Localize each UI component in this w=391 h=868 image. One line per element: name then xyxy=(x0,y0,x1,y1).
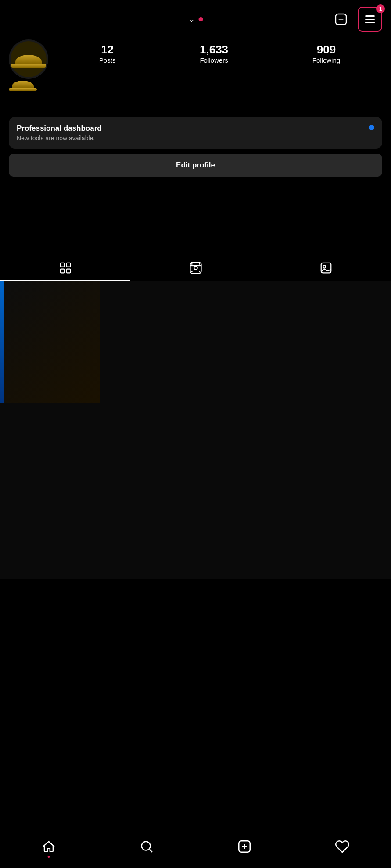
followers-stat[interactable]: 1,633 Followers xyxy=(200,43,228,64)
svg-line-17 xyxy=(150,849,152,852)
bio-area xyxy=(0,79,391,117)
tagged-tab[interactable] xyxy=(261,253,391,281)
svg-point-9 xyxy=(191,263,192,265)
svg-rect-14 xyxy=(321,263,331,273)
bottom-nav-spacer xyxy=(0,579,391,618)
nav-activity[interactable] xyxy=(325,833,360,860)
add-icon xyxy=(237,839,252,854)
activity-icon xyxy=(335,839,350,854)
followers-count: 1,633 xyxy=(200,43,228,57)
hat-icon xyxy=(15,55,42,64)
top-bar: ⌄ 1 xyxy=(0,0,391,35)
svg-rect-3 xyxy=(60,263,64,267)
blue-strip xyxy=(0,281,4,403)
svg-point-12 xyxy=(199,271,200,272)
post-image-1 xyxy=(0,281,100,403)
dashboard-subtitle: New tools are now available. xyxy=(17,135,102,142)
profile-header: 12 Posts 1,633 Followers 909 Following xyxy=(0,35,391,79)
dashboard-title: Professional dashboard xyxy=(17,124,102,133)
hat-brim xyxy=(11,64,46,68)
username-area[interactable]: ⌄ xyxy=(188,14,203,24)
posts-stat[interactable]: 12 Posts xyxy=(99,43,116,64)
profile-logo xyxy=(9,81,37,91)
following-stat[interactable]: 909 Following xyxy=(312,43,340,64)
svg-rect-5 xyxy=(60,269,64,273)
post-thumbnail-1[interactable] xyxy=(0,281,100,403)
grid-icon xyxy=(59,261,72,274)
search-icon xyxy=(139,839,154,854)
home-icon xyxy=(41,839,56,854)
grid-content xyxy=(0,281,391,579)
stats-row: 12 Posts 1,633 Followers 909 Following xyxy=(57,39,382,64)
menu-badge: 1 xyxy=(376,4,385,13)
svg-point-8 xyxy=(194,266,197,270)
notification-dot xyxy=(198,17,203,21)
spacer xyxy=(0,183,391,253)
content-tabs xyxy=(0,253,391,281)
hamburger-icon xyxy=(365,15,375,23)
post-grid xyxy=(0,281,391,579)
chevron-down-icon[interactable]: ⌄ xyxy=(188,14,195,24)
svg-point-16 xyxy=(142,841,151,850)
nav-search[interactable] xyxy=(129,833,164,860)
svg-rect-6 xyxy=(66,269,70,273)
edit-profile-button[interactable]: Edit profile xyxy=(9,154,382,177)
reels-tab[interactable] xyxy=(130,253,261,281)
small-hat-brim xyxy=(9,88,37,91)
header-actions: 1 xyxy=(331,7,382,32)
dashboard-text: Professional dashboard New tools are now… xyxy=(17,124,102,142)
svg-point-15 xyxy=(323,265,326,268)
posts-label: Posts xyxy=(99,57,116,64)
avatar[interactable] xyxy=(9,39,48,79)
posts-count: 12 xyxy=(101,43,114,57)
add-content-button[interactable] xyxy=(331,10,351,29)
followers-label: Followers xyxy=(200,57,228,64)
dashboard-blue-dot xyxy=(369,125,374,130)
following-label: Following xyxy=(312,57,340,64)
svg-point-11 xyxy=(191,271,192,272)
nav-add[interactable] xyxy=(227,833,262,860)
svg-point-10 xyxy=(199,263,200,265)
add-content-icon xyxy=(334,12,348,26)
home-active-dot xyxy=(48,856,50,858)
small-hat-icon xyxy=(12,81,34,88)
menu-button[interactable]: 1 xyxy=(358,7,382,32)
tagged-icon xyxy=(319,261,333,274)
reels-icon xyxy=(189,261,202,274)
svg-rect-4 xyxy=(66,263,70,267)
bottom-navigation xyxy=(0,829,391,868)
professional-dashboard-card[interactable]: Professional dashboard New tools are now… xyxy=(9,117,382,149)
grid-tab[interactable] xyxy=(0,253,130,281)
following-count: 909 xyxy=(317,43,336,57)
avatar-image xyxy=(11,41,47,77)
nav-home[interactable] xyxy=(31,833,66,860)
